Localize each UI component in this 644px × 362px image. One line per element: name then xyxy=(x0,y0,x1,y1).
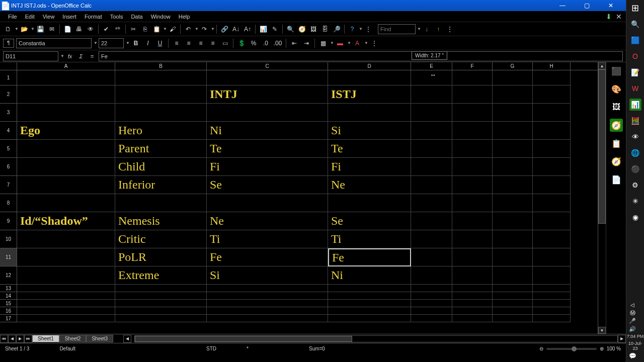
cell-A3[interactable] xyxy=(17,104,115,122)
cell-F15[interactable] xyxy=(452,300,493,307)
cell-A2[interactable] xyxy=(17,85,115,104)
side-styles-icon[interactable]: 🎨 xyxy=(610,82,623,96)
status-sum[interactable]: Sum=0 xyxy=(309,346,325,351)
vscroll-track[interactable] xyxy=(598,69,606,327)
formula-input[interactable] xyxy=(99,51,623,61)
cell-D7[interactable]: Ne xyxy=(328,176,411,194)
cell-D9[interactable]: Se xyxy=(328,212,411,230)
cell-H3[interactable] xyxy=(533,104,571,122)
grid-body[interactable]: 12INTJISTJ34EgoHeroNiSi5ParentTeTe6Child… xyxy=(0,70,598,334)
tray-m-icon[interactable]: Ⓜ xyxy=(626,309,638,317)
cell-E15[interactable] xyxy=(411,300,452,307)
column-header-C[interactable]: C xyxy=(207,62,328,70)
cell-F12[interactable] xyxy=(452,266,493,285)
column-header-A[interactable]: A xyxy=(17,62,115,70)
cell-C14[interactable] xyxy=(207,292,328,300)
cell-B9[interactable]: Nemesis xyxy=(115,212,207,230)
cell-C13[interactable] xyxy=(207,285,328,292)
cell-B1[interactable] xyxy=(115,70,207,85)
sort-asc-icon[interactable]: A↓ xyxy=(231,24,241,34)
cell-F7[interactable] xyxy=(452,176,493,194)
menu-insert[interactable]: Insert xyxy=(58,13,80,21)
paste-dropdown[interactable]: ▼ xyxy=(163,27,166,31)
show-draw-icon[interactable]: ✎ xyxy=(270,24,280,34)
side-properties-icon[interactable]: ⬛ xyxy=(610,64,623,77)
cell-E9[interactable] xyxy=(411,212,452,230)
cell-G16[interactable] xyxy=(493,307,533,315)
undo-icon[interactable]: ↶ xyxy=(183,24,193,34)
cell-E17[interactable] xyxy=(411,315,452,322)
task-wps-icon[interactable]: W xyxy=(629,82,641,95)
decrease-indent-icon[interactable]: ⇤ xyxy=(289,39,299,48)
tab-first-button[interactable]: ⏮ xyxy=(0,335,8,343)
cell-A5[interactable] xyxy=(17,140,115,158)
row-header-3[interactable]: 3 xyxy=(0,104,17,122)
column-header-E[interactable]: E xyxy=(411,62,452,70)
function-wizard-icon[interactable]: fx xyxy=(65,52,74,61)
cell-D2[interactable]: ISTJ xyxy=(328,85,411,104)
cell-E13[interactable] xyxy=(411,285,452,292)
cell-E14[interactable] xyxy=(411,292,452,300)
cell-E11[interactable] xyxy=(411,248,452,266)
sheet-tab-1[interactable]: Sheet1 xyxy=(32,335,59,342)
menu-help[interactable]: Help xyxy=(175,13,194,21)
cell-C7[interactable]: Se xyxy=(207,176,328,194)
side-compass-icon[interactable]: 🧭 xyxy=(610,155,623,168)
cell-F3[interactable] xyxy=(452,104,493,122)
cell-D1[interactable] xyxy=(328,70,411,85)
align-left-icon[interactable]: ≡ xyxy=(172,39,182,48)
cell-E12[interactable] xyxy=(411,266,452,285)
cell-G2[interactable] xyxy=(493,85,533,104)
cell-A15[interactable] xyxy=(17,300,115,307)
preview-icon[interactable]: 👁 xyxy=(86,24,96,34)
cell-G12[interactable] xyxy=(493,266,533,285)
zoom-slider[interactable] xyxy=(546,348,597,350)
scroll-up-button[interactable]: ▲ xyxy=(598,62,606,69)
cell-B7[interactable]: Inferior xyxy=(115,176,207,194)
menu-window[interactable]: Window xyxy=(147,13,175,21)
cell-E10[interactable] xyxy=(411,230,452,248)
cell-C17[interactable] xyxy=(207,315,328,322)
cell-F16[interactable] xyxy=(452,307,493,315)
cell-D11[interactable]: Fe xyxy=(328,248,411,266)
row-header-6[interactable]: 6 xyxy=(0,158,17,176)
cell-A6[interactable] xyxy=(17,158,115,176)
row-header-5[interactable]: 5 xyxy=(0,140,17,158)
cell-F9[interactable] xyxy=(452,212,493,230)
copy-icon[interactable]: ⎘ xyxy=(140,24,150,34)
toolbar-more-icon[interactable]: ⋮ xyxy=(363,24,373,34)
cell-H6[interactable] xyxy=(533,158,571,176)
cell-H9[interactable] xyxy=(533,212,571,230)
cell-H4[interactable] xyxy=(533,122,571,140)
cell-D8[interactable] xyxy=(328,194,411,212)
cell-A10[interactable] xyxy=(17,230,115,248)
column-header-G[interactable]: G xyxy=(493,62,533,70)
cell-B13[interactable] xyxy=(115,285,207,292)
font-name-dropdown[interactable]: ▼ xyxy=(94,41,97,45)
tray-mic-icon[interactable]: 🎤 xyxy=(626,317,638,325)
vscroll-thumb[interactable] xyxy=(598,69,606,224)
tab-next-button[interactable]: ▶ xyxy=(16,335,24,343)
cell-F14[interactable] xyxy=(452,292,493,300)
menu-format[interactable]: Format xyxy=(80,13,106,21)
cell-C11[interactable]: Fe xyxy=(207,248,328,266)
cell-D5[interactable]: Te xyxy=(328,140,411,158)
email-icon[interactable]: ✉ xyxy=(47,24,57,34)
cell-E2[interactable] xyxy=(411,85,452,104)
del-decimal-icon[interactable]: .00 xyxy=(273,39,283,48)
task-eye-icon[interactable]: 👁 xyxy=(629,131,641,143)
hyperlink-icon[interactable]: 🔗 xyxy=(219,24,229,34)
cell-C1[interactable] xyxy=(207,70,328,85)
cell-A4[interactable]: Ego xyxy=(17,122,115,140)
cell-B15[interactable] xyxy=(115,300,207,307)
cell-reference-input[interactable] xyxy=(3,51,58,61)
datasource-icon[interactable]: 🗄 xyxy=(320,24,330,34)
fmttoolbar-more-icon[interactable]: ⋮ xyxy=(369,39,379,48)
cell-H7[interactable] xyxy=(533,176,571,194)
cell-E5[interactable] xyxy=(411,140,452,158)
spellcheck-icon[interactable]: ✔ xyxy=(101,24,111,34)
cell-F4[interactable] xyxy=(452,122,493,140)
tray-time[interactable]: 7:04 PM xyxy=(626,333,644,340)
cell-D14[interactable] xyxy=(328,292,411,300)
cell-H11[interactable] xyxy=(533,248,571,266)
